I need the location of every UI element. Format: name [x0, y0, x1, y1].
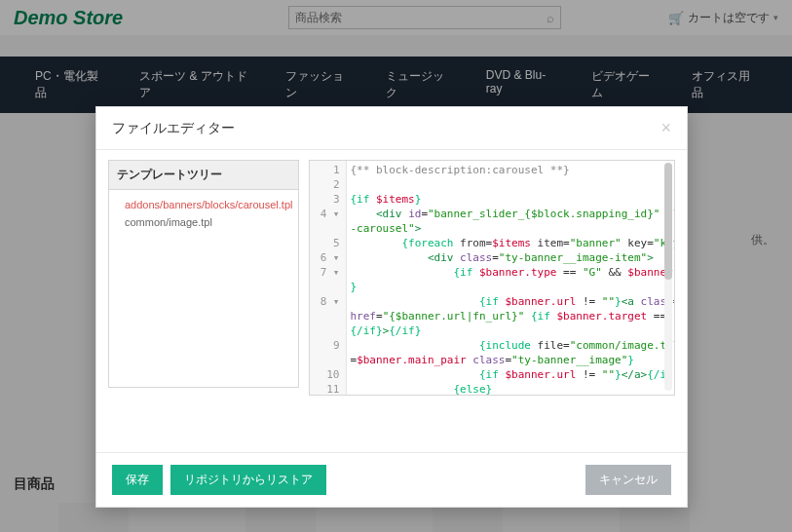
- template-tree-panel: テンプレートツリー addons/banners/blocks/carousel…: [108, 160, 299, 388]
- code-editor[interactable]: 1234 ▾56 ▾7 ▾8 ▾9101112 ▾131415161718 {*…: [309, 160, 675, 396]
- modal-footer: 保存 リポジトリからリストア キャンセル: [96, 452, 687, 507]
- restore-button[interactable]: リポジトリからリストア: [170, 465, 326, 495]
- tree-item[interactable]: addons/banners/blocks/carousel.tpl: [117, 196, 290, 213]
- line-gutter: 1234 ▾56 ▾7 ▾8 ▾9101112 ▾131415161718: [310, 161, 347, 395]
- modal-title: ファイルエディター: [112, 120, 235, 137]
- code-area[interactable]: {** block-description:carousel **} {if $…: [347, 161, 675, 395]
- tree-item[interactable]: common/image.tpl: [117, 213, 290, 231]
- cancel-button[interactable]: キャンセル: [585, 465, 671, 495]
- modal-body: テンプレートツリー addons/banners/blocks/carousel…: [96, 150, 687, 405]
- file-editor-modal: ファイルエディター × テンプレートツリー addons/banners/blo…: [95, 106, 688, 508]
- scrollbar-thumb[interactable]: [664, 163, 672, 280]
- modal-header: ファイルエディター ×: [96, 107, 687, 150]
- close-icon[interactable]: ×: [660, 118, 671, 138]
- tree-body: addons/banners/blocks/carousel.tpl commo…: [109, 190, 298, 387]
- save-button[interactable]: 保存: [112, 465, 163, 495]
- tree-title: テンプレートツリー: [109, 161, 298, 190]
